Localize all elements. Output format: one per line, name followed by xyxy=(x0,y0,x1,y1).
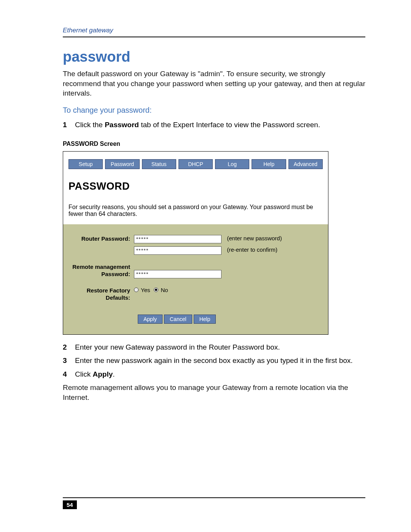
radio-no[interactable] xyxy=(154,288,158,292)
radio-yes[interactable] xyxy=(134,288,139,292)
step-2: 2 Enter your new Gateway password in the… xyxy=(63,342,365,352)
hint-confirm: (re-enter to confirm) xyxy=(227,246,277,253)
router-password-confirm-input[interactable] xyxy=(134,246,221,255)
screen-heading: PASSWORD xyxy=(68,181,323,192)
tab-status[interactable]: Status xyxy=(142,159,176,169)
step-number: 2 xyxy=(63,342,70,352)
outro-paragraph: Remote management allows you to manage y… xyxy=(63,383,365,402)
screen-description: For security reasons, you should set a p… xyxy=(68,204,323,217)
tab-bar: Setup Password Status DHCP Log Help Adva… xyxy=(63,152,328,169)
step-4: 4 Click Apply. xyxy=(63,369,365,379)
tab-setup[interactable]: Setup xyxy=(68,159,103,169)
text: tab of the Expert Interface to view the … xyxy=(139,121,320,129)
step-3: 3 Enter the new passwork again in the se… xyxy=(63,356,365,366)
label-router-password: Router Password: xyxy=(68,235,134,243)
radio-yes-label: Yes xyxy=(141,287,150,293)
text: . xyxy=(113,370,115,378)
step-number: 3 xyxy=(63,356,70,366)
running-header: Ethernet gateway xyxy=(63,27,365,37)
step-1: 1 Click the Password tab of the Expert I… xyxy=(63,120,365,130)
intro-paragraph: The default password on your Gateway is … xyxy=(63,69,365,98)
remote-password-input[interactable] xyxy=(134,270,221,278)
text: Click the xyxy=(75,121,105,129)
form-panel: Router Password: (enter new password) (r… xyxy=(63,224,328,334)
tab-help[interactable]: Help xyxy=(252,159,286,169)
tab-dhcp[interactable]: DHCP xyxy=(178,159,213,169)
page-title: password xyxy=(63,49,365,65)
screenshot-frame: Setup Password Status DHCP Log Help Adva… xyxy=(63,151,328,335)
step-text: Click the Password tab of the Expert Int… xyxy=(75,120,365,130)
cancel-button[interactable]: Cancel xyxy=(164,315,192,324)
figure-caption: PASSWORD Screen xyxy=(63,141,365,147)
router-password-input[interactable] xyxy=(134,235,221,243)
step-text: Enter the new passwork again in the seco… xyxy=(75,356,365,366)
sub-heading: To change your password: xyxy=(63,106,365,115)
text-bold: Password xyxy=(105,121,139,129)
step-number: 1 xyxy=(63,120,70,130)
page-footer: 54 xyxy=(63,497,365,509)
label-remote-password: Remote management Password: xyxy=(68,263,134,278)
page-number: 54 xyxy=(63,500,77,509)
help-button[interactable]: Help xyxy=(194,315,216,324)
step-text: Enter your new Gateway password in the R… xyxy=(75,342,365,352)
tab-log[interactable]: Log xyxy=(215,159,249,169)
step-number: 4 xyxy=(63,369,70,379)
text: Click xyxy=(75,370,92,378)
label-restore-defaults: Restore Factory Defaults: xyxy=(68,287,134,302)
tab-password[interactable]: Password xyxy=(105,159,139,169)
apply-button[interactable]: Apply xyxy=(138,315,162,324)
tab-advanced[interactable]: Advanced xyxy=(288,159,323,169)
text-bold: Apply xyxy=(92,370,113,378)
step-text: Click Apply. xyxy=(75,369,365,379)
radio-no-label: No xyxy=(161,287,168,293)
hint-enter-new: (enter new password) xyxy=(227,235,282,241)
